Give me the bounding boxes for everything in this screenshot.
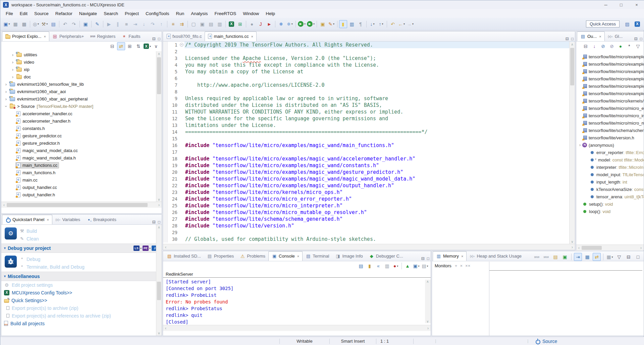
tree-item-evkmimxrt1060-xbar-aoi[interactable]: ›evkmimxrt1060_xbar_aoi bbox=[1, 88, 162, 95]
editor-vertical-scrollbar[interactable]: ∧ ∨ bbox=[569, 42, 575, 244]
quickstart-tab-breakpoints[interactable]: Breakpoints bbox=[83, 215, 119, 224]
code-line-10[interactable]: 10distributed under the License is distr… bbox=[163, 102, 575, 109]
outline-horizontal-scrollbar[interactable]: ‹ › bbox=[576, 245, 644, 251]
quickstart-vertical-scrollbar[interactable]: ∧ ∨ bbox=[156, 225, 162, 336]
outline-item-tensorflow-lite-micro-examples-magic-wand-magic-wand-model-data-h[interactable]: tensorflow/lite/micro/examples/magic_wan… bbox=[576, 82, 644, 90]
close-icon[interactable]: × bbox=[47, 218, 49, 222]
tree-item-output-handler-h[interactable]: output_handler.h bbox=[1, 191, 162, 198]
console-tab-image-info[interactable]: Image Info bbox=[332, 251, 366, 261]
scroll-left-icon[interactable]: ‹ bbox=[163, 245, 168, 250]
code-line-2[interactable]: 2 bbox=[163, 48, 575, 55]
outline-item-error-reporter[interactable]: error_reporter : tflite::ErrorReporter* bbox=[576, 149, 644, 156]
code-line-17[interactable]: 17 bbox=[163, 149, 575, 155]
outline-item-model[interactable]: cmodel : const tflite::Model* bbox=[576, 156, 644, 163]
link-address-icon[interactable]: ⇥ bbox=[574, 253, 582, 261]
tree-chevron-icon[interactable]: › bbox=[3, 82, 9, 87]
open-type-icon[interactable]: ▣ bbox=[319, 20, 327, 28]
console-tab-debugger-c[interactable]: Debugger C... bbox=[366, 251, 406, 261]
gdb-trace-icon[interactable]: ● bbox=[248, 20, 256, 28]
new-memory-view-icon[interactable]: ▤ bbox=[551, 253, 559, 261]
pin-link-icon[interactable]: ●▾ bbox=[392, 262, 400, 270]
console-vertical-scrollbar[interactable]: ∧ ∨ bbox=[425, 280, 431, 323]
build-icon[interactable]: ⚒▾ bbox=[41, 20, 49, 28]
quickstart-terminate-build-debug-link[interactable]: *Terminate, Build and Debug bbox=[19, 263, 85, 270]
tree-item-doc[interactable]: ›doc bbox=[1, 73, 162, 80]
quickstart-clean-link[interactable]: ✎Clean bbox=[19, 235, 39, 242]
split-pane-icon[interactable]: ▦▾ bbox=[606, 253, 614, 261]
tree-item-evkmimxrt1060-xbar-aoi-peripheral[interactable]: ›evkmimxrt1060_xbar_aoi_peripheral bbox=[1, 95, 162, 102]
forward-history-icon[interactable]: →▾ bbox=[406, 20, 414, 28]
maximize-view-icon[interactable]: □ bbox=[634, 253, 642, 261]
scroll-down-icon[interactable]: ∨ bbox=[156, 331, 162, 335]
hide-inactive-icon[interactable]: * bbox=[625, 42, 633, 50]
pin-editor-icon[interactable]: ✎ bbox=[93, 20, 101, 28]
code-line-6[interactable]: 6 bbox=[163, 75, 575, 82]
console-tab-terminal[interactable]: Terminal bbox=[303, 251, 332, 261]
close-icon[interactable]: × bbox=[251, 34, 253, 39]
outline-item-anonymous[interactable]: ›(anonymous) bbox=[576, 141, 644, 149]
build-config-icon[interactable]: ◎▾ bbox=[32, 20, 40, 28]
project-explorer-tab-faults[interactable]: Faults bbox=[118, 31, 143, 41]
code-line-29[interactable]: 29 bbox=[163, 229, 575, 236]
remove-all-monitors-icon[interactable]: ×× bbox=[465, 263, 470, 268]
scroll-up-icon[interactable]: ∧ bbox=[570, 43, 575, 46]
tree-chevron-icon[interactable]: › bbox=[10, 60, 15, 65]
tree-item-output-handler-cc[interactable]: output_handler.cc bbox=[1, 184, 162, 191]
tree-item-gesture-predictor-cc[interactable]: gesture_predictor.cc bbox=[1, 132, 162, 139]
console-output[interactable]: [Started server][Connected on port 3025]… bbox=[163, 278, 431, 325]
step-into-icon[interactable]: ↓ bbox=[140, 20, 148, 28]
scroll-up-icon[interactable]: ∧ bbox=[425, 280, 430, 283]
tree-chevron-icon[interactable]: › bbox=[3, 89, 9, 94]
minimize-view-icon[interactable]: ⊟ bbox=[634, 37, 638, 41]
scrollbar-thumb[interactable] bbox=[570, 48, 574, 85]
step-filter-icon[interactable]: ⇥ bbox=[131, 20, 139, 28]
link-with-editor-icon[interactable]: ⇄ bbox=[117, 42, 125, 50]
menu-project[interactable]: Project bbox=[121, 10, 142, 17]
export-1010-icon[interactable]: 1010 bbox=[533, 253, 541, 261]
outline-item-tensorflow-lite-version-h[interactable]: tensorflow/lite/version.h bbox=[576, 134, 644, 141]
add-monitor-icon[interactable]: + bbox=[455, 263, 458, 268]
code-line-27[interactable]: 27#include "tensorflow/lite/schema/schem… bbox=[163, 216, 575, 222]
tree-item-xip[interactable]: ›xip bbox=[1, 66, 162, 73]
scroll-down-icon[interactable]: ∨ bbox=[425, 320, 430, 323]
project-tree-vertical-scrollbar[interactable]: ∧ ∨ bbox=[156, 51, 162, 202]
quickstart-export-archive-link[interactable]: Export project(s) to archive (zip) bbox=[1, 304, 162, 312]
code-line-25[interactable]: 25#include "tensorflow/lite/micro/micro_… bbox=[163, 202, 575, 209]
scroll-right-icon[interactable]: › bbox=[570, 245, 575, 250]
display-selected-icon[interactable]: ▣▾ bbox=[412, 262, 420, 270]
tree-chevron-icon[interactable]: › bbox=[10, 74, 15, 79]
minimize-view-icon[interactable]: ⊟ bbox=[152, 37, 156, 41]
menu-help[interactable]: Help bbox=[262, 10, 278, 17]
close-icon[interactable]: × bbox=[461, 254, 463, 258]
tree-chevron-icon[interactable]: › bbox=[10, 67, 15, 72]
tree-item-video[interactable]: ›video bbox=[1, 58, 162, 66]
outline-item-tensorflow-lite-micro-micro-mutable-op-resolver-h[interactable]: tensorflow/lite/micro/micro_mutable_op_r… bbox=[576, 119, 644, 127]
view-menu-icon[interactable]: ∨ bbox=[152, 42, 160, 50]
code-line-4[interactable]: 4you may not use this file except in com… bbox=[163, 62, 575, 68]
outline-item-loop[interactable]: loop() : void bbox=[576, 208, 644, 215]
tree-item-evkmimxrt1060-tensorflow-lite-lib[interactable]: ›evkmimxrt1060_tensorflow_lite_lib bbox=[1, 80, 162, 88]
code-line-30[interactable]: 30// Globals, used for compatibility wit… bbox=[163, 236, 575, 243]
scroll-left-icon[interactable]: ‹ bbox=[576, 246, 582, 250]
scroll-left-icon[interactable]: ‹ bbox=[163, 326, 168, 331]
suspend-icon[interactable]: ∥ bbox=[114, 20, 122, 28]
outline-tab-ou[interactable]: Ou...× bbox=[577, 31, 605, 41]
quick-access-button[interactable]: Quick Access bbox=[586, 20, 620, 27]
minimize-button[interactable]: ─ bbox=[598, 0, 613, 9]
project-explorer-tab-project-explo[interactable]: Project Explo...× bbox=[2, 31, 49, 41]
console-tab-console[interactable]: Console× bbox=[268, 251, 303, 261]
open-console-icon[interactable]: ▤▾ bbox=[421, 262, 429, 270]
code-line-23[interactable]: 23#include "tensorflow/lite/micro/kernel… bbox=[163, 189, 575, 196]
scroll-up-icon[interactable]: ∧ bbox=[156, 52, 162, 56]
scroll-right-icon[interactable]: › bbox=[638, 246, 644, 250]
scrollbar-thumb[interactable] bbox=[157, 57, 161, 94]
close-icon[interactable]: × bbox=[44, 34, 46, 39]
editor-horizontal-scrollbar[interactable]: ‹ › bbox=[163, 244, 575, 250]
maximize-view-icon[interactable]: □ bbox=[427, 256, 429, 261]
probe-badge-ls[interactable]: LS▾ bbox=[133, 246, 142, 251]
maximize-button[interactable]: □ bbox=[613, 0, 629, 9]
step-over-icon[interactable]: ↷ bbox=[149, 20, 157, 28]
tree-item-constants-h[interactable]: constants.h bbox=[1, 125, 162, 132]
scroll-lock-icon[interactable]: ▮ bbox=[366, 262, 374, 270]
code-line-5[interactable]: 5You may obtain a copy of the License at bbox=[163, 68, 575, 75]
